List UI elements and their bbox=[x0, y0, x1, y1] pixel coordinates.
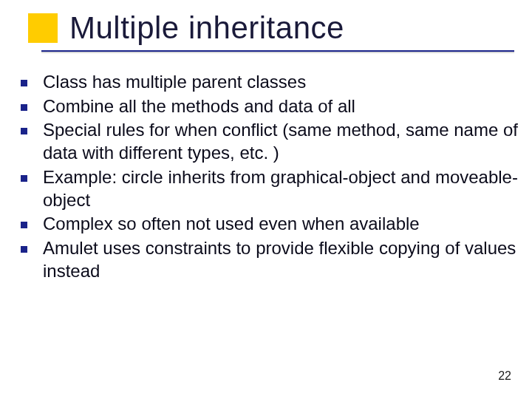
square-bullet-icon bbox=[21, 222, 27, 228]
bullet-text: Combine all the methods and data of all bbox=[43, 95, 355, 118]
slide: Multiple inheritance Class has multiple … bbox=[0, 0, 532, 399]
bullet-text: Complex so often not used even when avai… bbox=[43, 213, 420, 236]
bullet-text: Class has multiple parent classes bbox=[43, 71, 306, 94]
bullet-text: Example: circle inherits from graphical-… bbox=[43, 166, 520, 211]
slide-title: Multiple inheritance bbox=[69, 10, 344, 46]
list-item: Amulet uses constraints to provide flexi… bbox=[19, 237, 520, 282]
list-item: Complex so often not used even when avai… bbox=[19, 213, 520, 236]
list-item: Combine all the methods and data of all bbox=[19, 95, 520, 118]
page-number: 22 bbox=[498, 369, 511, 383]
bullet-list: Class has multiple parent classes Combin… bbox=[19, 71, 520, 284]
square-bullet-icon bbox=[21, 246, 27, 253]
square-bullet-icon bbox=[21, 175, 27, 182]
square-bullet-icon bbox=[21, 80, 27, 86]
square-bullet-icon bbox=[21, 128, 27, 134]
title-accent-box bbox=[28, 13, 58, 43]
bullet-text: Amulet uses constraints to provide flexi… bbox=[43, 237, 520, 282]
list-item: Special rules for when conflict (same me… bbox=[19, 119, 520, 164]
list-item: Class has multiple parent classes bbox=[19, 71, 520, 94]
title-rule-bottom bbox=[41, 52, 514, 53]
list-item: Example: circle inherits from graphical-… bbox=[19, 166, 520, 211]
title-rule-top bbox=[41, 50, 514, 52]
square-bullet-icon bbox=[21, 104, 27, 111]
bullet-text: Special rules for when conflict (same me… bbox=[43, 119, 520, 164]
